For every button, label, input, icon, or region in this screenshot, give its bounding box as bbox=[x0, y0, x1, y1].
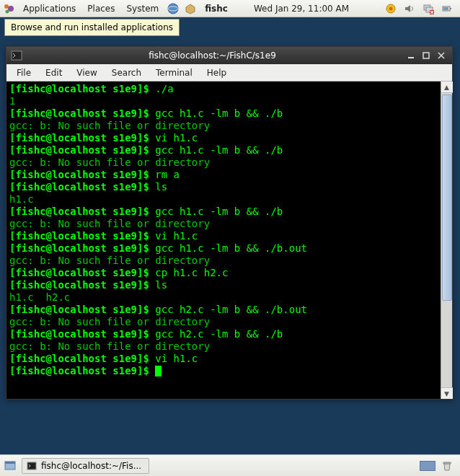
trash-icon[interactable] bbox=[441, 460, 453, 472]
volume-icon[interactable] bbox=[404, 3, 415, 14]
svg-point-3 bbox=[168, 4, 178, 14]
gnome-foot-icon bbox=[3, 3, 14, 14]
update-notifier-icon[interactable] bbox=[385, 3, 397, 14]
menu-search[interactable]: Search bbox=[106, 66, 147, 79]
maximize-button[interactable] bbox=[420, 50, 433, 61]
terminal-icon bbox=[27, 461, 37, 471]
scrollbar-thumb[interactable] bbox=[442, 94, 452, 301]
svg-point-0 bbox=[4, 4, 9, 9]
system-menu[interactable]: System bbox=[123, 2, 162, 15]
clock[interactable]: Wed Jan 29, 11:00 AM bbox=[251, 2, 352, 15]
taskbar-entry-terminal[interactable]: fishc@localhost:~/Fis... bbox=[22, 458, 149, 474]
svg-rect-14 bbox=[408, 57, 414, 58]
desktop: fishc@localhost:~/FishC/s1e9 File Edit V… bbox=[0, 17, 460, 454]
package-launcher-icon[interactable] bbox=[185, 3, 196, 14]
taskbar-entry-label: fishc@localhost:~/Fis... bbox=[41, 461, 141, 471]
battery-icon[interactable] bbox=[441, 3, 453, 14]
svg-point-2 bbox=[6, 9, 9, 13]
terminal-output[interactable]: [fishc@localhost s1e9]$ ./a1[fishc@local… bbox=[6, 81, 441, 399]
svg-rect-19 bbox=[443, 462, 451, 464]
bottom-panel: fishc@localhost:~/Fis... bbox=[0, 454, 460, 476]
top-panel: Applications Places System fishc Wed Jan… bbox=[0, 0, 460, 17]
applications-tooltip: Browse and run installed applications bbox=[4, 19, 180, 36]
menu-edit[interactable]: Edit bbox=[40, 66, 68, 79]
svg-point-1 bbox=[8, 6, 14, 12]
workspace-switcher[interactable] bbox=[420, 461, 435, 471]
menu-file[interactable]: File bbox=[11, 66, 37, 79]
svg-rect-18 bbox=[27, 462, 36, 470]
menu-view[interactable]: View bbox=[71, 66, 102, 79]
terminal-menubar: File Edit View Search Terminal Help bbox=[6, 64, 452, 81]
terminal-icon bbox=[11, 50, 22, 61]
svg-rect-12 bbox=[443, 7, 448, 10]
scrollbar-track[interactable] bbox=[441, 93, 453, 387]
svg-rect-17 bbox=[5, 462, 15, 464]
browser-launcher-icon[interactable] bbox=[167, 3, 179, 14]
svg-rect-15 bbox=[423, 53, 429, 58]
window-title: fishc@localhost:~/FishC/s1e9 bbox=[22, 50, 402, 61]
places-menu[interactable]: Places bbox=[84, 2, 118, 15]
network-error-icon[interactable] bbox=[423, 3, 434, 14]
terminal-scrollbar[interactable]: ▲ ▼ bbox=[441, 81, 452, 399]
scroll-up-button[interactable]: ▲ bbox=[441, 81, 453, 93]
applications-menu[interactable]: Applications bbox=[20, 2, 79, 15]
minimize-button[interactable] bbox=[404, 50, 417, 61]
user-menu[interactable]: fishc bbox=[202, 2, 231, 15]
menu-help[interactable]: Help bbox=[201, 66, 232, 79]
close-button[interactable] bbox=[435, 50, 448, 61]
show-desktop-icon[interactable] bbox=[4, 460, 16, 472]
svg-rect-13 bbox=[12, 51, 22, 60]
scroll-down-button[interactable]: ▼ bbox=[441, 387, 453, 399]
menu-terminal[interactable]: Terminal bbox=[150, 66, 198, 79]
svg-rect-11 bbox=[450, 8, 451, 9]
svg-point-6 bbox=[389, 6, 393, 10]
window-titlebar[interactable]: fishc@localhost:~/FishC/s1e9 bbox=[6, 47, 452, 64]
terminal-window: fishc@localhost:~/FishC/s1e9 File Edit V… bbox=[6, 46, 453, 400]
